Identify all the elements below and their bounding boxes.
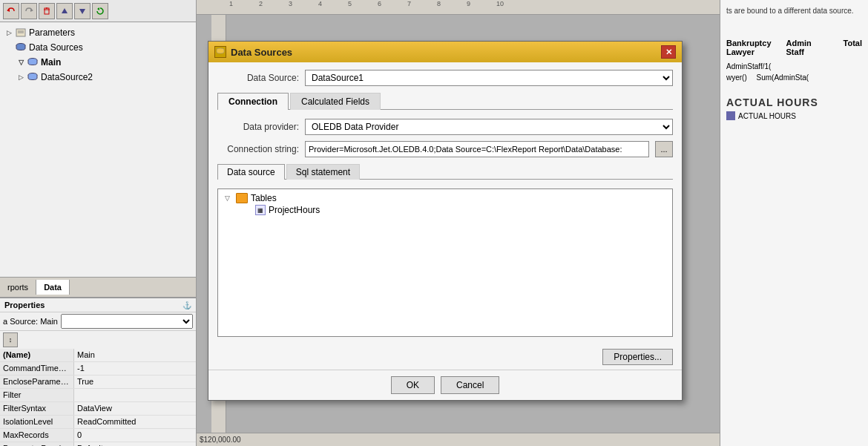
total-col: Total xyxy=(844,39,862,56)
bankruptcy-label: Bankruptcy xyxy=(726,39,772,47)
prop-value-filtersyntax: DataView xyxy=(74,402,196,415)
lawyer-label: Lawyer xyxy=(726,47,772,56)
data-provider-row: Data provider: OLEDB Data Provider xyxy=(217,119,673,135)
tab-calculated-fields[interactable]: Calculated Fields xyxy=(290,93,381,110)
sort-props-button[interactable]: ↕ xyxy=(3,332,18,347)
actual-hours-legend: ACTUAL HOURS xyxy=(726,111,862,120)
data-row-1: AdminStaff/1( xyxy=(726,62,862,70)
tree-item-main[interactable]: ▽ Main xyxy=(3,55,193,70)
expand-icon-data-sources xyxy=(3,42,15,53)
up-button[interactable] xyxy=(56,3,73,19)
tree-label-data-sources: Data Sources xyxy=(29,42,83,53)
prop-row-parameterpassing: ParameterPassingMc Default xyxy=(0,442,196,446)
prop-label-filtersyntax: FilterSyntax xyxy=(0,402,74,415)
datasource2-icon xyxy=(27,71,39,83)
bottom-tabs-bar: rports Data xyxy=(0,277,196,298)
prop-value-encloseparameter: True xyxy=(74,376,196,388)
inner-tabs: Data source Sql statement xyxy=(217,163,673,180)
properties-toolbar: ↕ xyxy=(0,331,196,349)
data-row-2: wyer() Sum(AdminSta( xyxy=(726,73,862,82)
prop-row-commandtimeout: CommandTimeOut -1 xyxy=(0,362,196,376)
expand-icon-tables: ▽ xyxy=(221,194,233,202)
actual-hours-label: ACTUAL HOURS xyxy=(738,112,796,120)
svg-marker-5 xyxy=(62,8,68,13)
dialog-titlebar[interactable]: Data Sources ✕ xyxy=(208,42,682,62)
prop-row-maxrecords: MaxRecords 0 xyxy=(0,429,196,442)
tree-label-tables: Tables xyxy=(251,193,277,203)
table-icon-projecthours: ▦ xyxy=(255,205,266,215)
ruler-horizontal: 1 2 3 4 5 6 7 8 9 10 xyxy=(197,0,720,15)
dialog-title-left: Data Sources xyxy=(214,46,292,58)
folder-icon-tables xyxy=(236,193,248,203)
admin-staff-label: Admin Staff xyxy=(786,39,829,56)
tab-connection[interactable]: Connection xyxy=(217,93,289,110)
tree-label-projecthours: ProjectHours xyxy=(269,205,320,215)
prop-row-name: (Name) Main xyxy=(0,349,196,362)
tree-label-main: Main xyxy=(41,57,61,68)
svg-rect-2 xyxy=(45,8,49,14)
dialog-tree[interactable]: ▽ Tables ▦ ProjectHours xyxy=(217,188,673,337)
prop-value-parameterpassing: Default xyxy=(74,442,196,446)
data-provider-select[interactable]: OLEDB Data Provider xyxy=(305,119,673,135)
properties-button[interactable]: Properties... xyxy=(602,349,673,365)
tab-reports[interactable]: rports xyxy=(0,280,36,295)
dialog-footer: Properties... xyxy=(208,344,682,370)
sum-adminsta-val: Sum(AdminSta( xyxy=(757,73,809,82)
tab-data[interactable]: Data xyxy=(36,280,70,295)
right-panel-content: ts are bound to a different data source.… xyxy=(720,0,868,126)
properties-source-row: a Source: Main xyxy=(0,312,196,331)
prop-value-filter xyxy=(74,389,196,401)
ok-button[interactable]: OK xyxy=(391,376,435,394)
actual-hours-section: ACTUAL HOURS ACTUAL HOURS xyxy=(726,96,862,120)
tree-node-tables[interactable]: ▽ Tables xyxy=(221,192,669,204)
delete-button[interactable] xyxy=(39,3,55,19)
connection-string-row: Connection string: ... xyxy=(217,141,673,157)
prop-label-encloseparameter: EncloseParameterVal xyxy=(0,376,74,388)
prop-row-isolationlevel: IsolationLevel ReadCommitted xyxy=(0,416,196,429)
tree-item-data-sources[interactable]: Data Sources xyxy=(3,40,193,55)
dialog-close-button[interactable]: ✕ xyxy=(661,45,676,59)
dialog-title-text: Data Sources xyxy=(231,47,292,58)
connection-string-input[interactable] xyxy=(305,141,649,157)
properties-source-select[interactable] xyxy=(61,314,193,329)
properties-table: (Name) Main CommandTimeOut -1 EnclosePar… xyxy=(0,349,196,446)
undo-button[interactable] xyxy=(3,3,19,19)
tree-item-datasource2[interactable]: ▷ DataSource2 xyxy=(3,70,193,85)
prop-value-maxrecords: 0 xyxy=(74,429,196,442)
prop-label-parameterpassing: ParameterPassingMc xyxy=(0,442,74,446)
status-bar: $120,000.00 xyxy=(197,433,720,446)
dialog-bottom-buttons: OK Cancel xyxy=(208,370,682,400)
prop-row-encloseparameter: EncloseParameterVal True xyxy=(0,376,196,389)
dock-icon: ⚓ xyxy=(183,301,191,309)
properties-source-label: a Source: Main xyxy=(3,317,58,326)
prop-row-filter: Filter xyxy=(0,389,196,402)
left-panel: ▷ Parameters Data Sources ▽ xyxy=(0,0,197,446)
actual-hours-title: ACTUAL HOURS xyxy=(726,96,862,108)
right-panel: ts are bound to a different data source.… xyxy=(720,0,868,446)
redo-button[interactable] xyxy=(21,3,37,19)
properties-title: Properties xyxy=(4,301,45,309)
connection-string-browse-button[interactable]: ... xyxy=(655,141,673,157)
tab-data-source[interactable]: Data source xyxy=(217,164,285,180)
admin-staff-col: Admin Staff xyxy=(786,39,829,56)
svg-marker-7 xyxy=(97,7,99,10)
legend-box xyxy=(726,111,735,120)
db-icon xyxy=(214,46,226,58)
connection-string-label: Connection string: xyxy=(217,144,299,154)
cancel-button[interactable]: Cancel xyxy=(441,376,499,394)
left-panel-toolbar xyxy=(0,0,196,22)
main-icon xyxy=(27,56,39,68)
tree-node-projecthours[interactable]: ▦ ProjectHours xyxy=(221,204,669,216)
tab-sql-statement[interactable]: Sql statement xyxy=(286,164,360,180)
wyer-val: wyer() xyxy=(726,73,747,82)
dialog-tabs: Connection Calculated Fields xyxy=(217,92,673,110)
tree-item-parameters[interactable]: ▷ Parameters xyxy=(3,25,193,40)
data-provider-label: Data provider: xyxy=(217,122,299,132)
data-source-select[interactable]: DataSource1 xyxy=(305,70,673,86)
prop-row-filtersyntax: FilterSyntax DataView xyxy=(0,402,196,416)
bound-text: ts are bound to a different data source. xyxy=(726,6,862,16)
refresh-button[interactable] xyxy=(92,3,108,19)
down-button[interactable] xyxy=(74,3,91,19)
svg-marker-6 xyxy=(79,9,85,14)
expand-icon-datasource2: ▷ xyxy=(15,71,27,83)
